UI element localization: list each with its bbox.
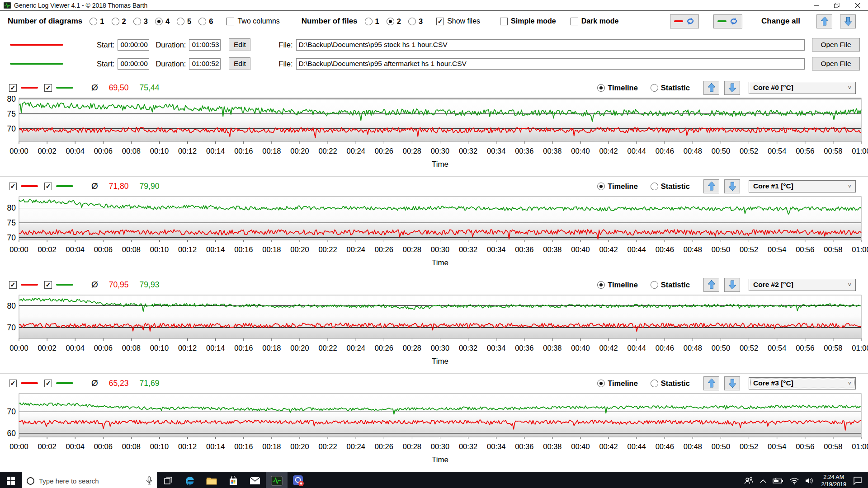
file-count-radio-group: 123	[358, 17, 423, 26]
svg-text:70: 70	[7, 124, 16, 133]
move-diagram-down-button[interactable]	[724, 278, 740, 292]
taskbar-search-input[interactable]: Type here to search	[22, 472, 157, 488]
screen-recorder-icon	[292, 475, 304, 487]
volume-button[interactable]	[802, 472, 817, 488]
minimize-button[interactable]	[806, 0, 826, 10]
radio-label: 2	[122, 17, 126, 26]
red-series-visibility-checkbox[interactable]: ✓	[9, 183, 17, 190]
diagram-count-option-3[interactable]: 3	[133, 17, 148, 26]
channel-select[interactable]: Core #3 [°C] ˅	[749, 377, 856, 389]
move-diagram-up-button[interactable]	[703, 81, 719, 95]
taskbar-app-file-explorer[interactable]	[201, 472, 222, 488]
simple-mode-checkbox[interactable]: ✓ Simple mode	[500, 17, 556, 25]
diagram-count-option-4[interactable]: 4	[155, 17, 170, 26]
svg-text:00:20: 00:20	[290, 442, 309, 450]
file-count-option-2[interactable]: 2	[387, 17, 401, 26]
timeline-radio[interactable]: Timeline	[597, 84, 638, 92]
svg-text:00:32: 00:32	[459, 245, 477, 253]
edit-button[interactable]: Edit	[229, 38, 250, 51]
move-diagram-down-button[interactable]	[724, 179, 740, 193]
diagram-count-option-6[interactable]: 6	[198, 17, 213, 26]
statistic-radio[interactable]: Statistic	[651, 281, 690, 289]
green-series-visibility-checkbox[interactable]: ✓	[44, 84, 52, 92]
svg-text:00:50: 00:50	[712, 344, 730, 352]
red-series-visibility-checkbox[interactable]: ✓	[9, 380, 17, 387]
diagram-count-option-5[interactable]: 5	[177, 17, 191, 26]
move-diagram-down-button[interactable]	[724, 81, 740, 95]
channel-select[interactable]: Core #2 [°C] ˅	[749, 279, 856, 291]
dark-mode-checkbox[interactable]: ✓ Dark mode	[571, 17, 619, 25]
taskbar-app-log-viewer[interactable]	[266, 472, 288, 488]
red-series-visibility-checkbox[interactable]: ✓	[9, 281, 17, 289]
two-columns-checkbox[interactable]: ✓ Two columns	[226, 17, 279, 25]
action-center-button[interactable]	[850, 472, 865, 488]
task-view-button[interactable]	[157, 472, 179, 488]
taskbar-app-edge[interactable]	[179, 472, 201, 488]
move-diagram-up-button[interactable]	[703, 179, 719, 193]
file-path-input[interactable]: D:\Backup\Documents\p95 aftermarket hs 1…	[296, 58, 805, 70]
open-file-button[interactable]: Open File	[812, 57, 860, 70]
start-label: Start:	[97, 41, 114, 49]
start-time-input[interactable]: 00:00:00	[118, 58, 149, 70]
green-series-visibility-checkbox[interactable]: ✓	[44, 281, 52, 289]
red-series-visibility-checkbox[interactable]: ✓	[9, 84, 17, 92]
open-file-button[interactable]: Open File	[812, 38, 860, 52]
change-all-down-button[interactable]	[840, 14, 856, 28]
show-files-checkbox[interactable]: ✓ Show files	[436, 17, 480, 25]
restore-button[interactable]	[826, 0, 847, 10]
channel-select[interactable]: Core #0 [°C] ˅	[749, 82, 856, 94]
taskbar-app-store[interactable]	[222, 472, 244, 488]
move-diagram-down-button[interactable]	[724, 376, 740, 390]
duration-input[interactable]: 01:00:53	[189, 39, 221, 51]
edit-button[interactable]: Edit	[229, 57, 250, 70]
svg-text:00:00: 00:00	[9, 245, 28, 253]
svg-text:Time: Time	[432, 258, 448, 267]
duration-label: Duration:	[156, 60, 186, 68]
diagram-header: ✓ ✓ Ø 69,50 75,44 Timeline Statistic Cor…	[0, 81, 868, 94]
timeline-radio[interactable]: Timeline	[597, 281, 638, 289]
diagram-count-option-1[interactable]: 1	[90, 17, 104, 26]
diagram-header: ✓ ✓ Ø 65,23 71,69 Timeline Statistic Cor…	[0, 376, 868, 390]
file-series-swatch	[10, 63, 63, 65]
duration-input[interactable]: 01:00:52	[189, 58, 221, 70]
move-diagram-up-button[interactable]	[703, 376, 719, 390]
average-green-value: 71,69	[140, 379, 160, 388]
people-button[interactable]	[741, 472, 757, 488]
timeline-radio[interactable]: Timeline	[597, 182, 638, 191]
red-series-swatch	[21, 185, 38, 187]
show-hidden-icons-button[interactable]	[757, 472, 769, 488]
statistic-radio[interactable]: Statistic	[651, 182, 690, 191]
close-button[interactable]	[847, 0, 868, 10]
network-button[interactable]	[787, 472, 802, 488]
svg-text:00:30: 00:30	[431, 245, 449, 253]
taskbar-clock[interactable]: 2:24 AM 2/19/2019	[817, 474, 850, 488]
change-all-up-button[interactable]	[816, 14, 832, 28]
svg-text:00:54: 00:54	[768, 245, 786, 253]
temperature-chart: 80757000:0000:0200:0400:0600:0800:1000:1…	[0, 193, 868, 272]
svg-text:00:10: 00:10	[150, 442, 169, 450]
battery-button[interactable]	[769, 472, 787, 488]
move-diagram-up-button[interactable]	[703, 278, 719, 292]
timeline-radio[interactable]: Timeline	[597, 379, 638, 388]
radio-icon	[112, 18, 119, 25]
svg-text:00:04: 00:04	[66, 147, 85, 155]
start-button[interactable]	[0, 472, 22, 488]
start-time-input[interactable]: 00:00:00	[118, 39, 149, 51]
taskbar-app-mail[interactable]	[244, 472, 266, 488]
green-series-visibility-checkbox[interactable]: ✓	[44, 183, 52, 190]
taskbar-app-recorder[interactable]	[288, 472, 309, 488]
file-count-option-3[interactable]: 3	[408, 17, 423, 26]
two-columns-label: Two columns	[237, 17, 279, 25]
statistic-radio[interactable]: Statistic	[651, 379, 690, 388]
file-path-input[interactable]: D:\Backup\Documents\p95 stock hs 1 hour.…	[296, 39, 805, 51]
statistic-radio[interactable]: Statistic	[651, 84, 690, 92]
diagram-count-option-2[interactable]: 2	[112, 17, 126, 26]
svg-text:70: 70	[7, 233, 16, 242]
reload-green-file-button[interactable]	[713, 14, 742, 28]
channel-select[interactable]: Core #1 [°C] ˅	[749, 180, 856, 192]
file-count-option-1[interactable]: 1	[365, 17, 379, 26]
reload-red-file-button[interactable]	[670, 14, 699, 28]
green-series-visibility-checkbox[interactable]: ✓	[44, 380, 52, 387]
temperature-chart: 807000:0000:0200:0400:0600:0800:1000:120…	[0, 291, 868, 371]
temperature-chart: 80757000:0000:0200:0400:0600:0800:1000:1…	[0, 94, 868, 174]
